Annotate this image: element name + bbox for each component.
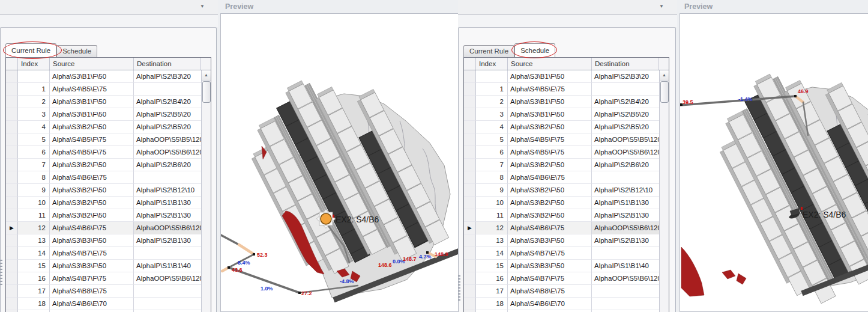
scroll-up-icon[interactable]: ▲ [202, 70, 211, 81]
table-row[interactable]: 11 Alpha\S3\B2\F\50 AlphaIP\S2\B1\30 [6, 209, 201, 222]
row-marker [6, 209, 18, 222]
row-destination: AlphaIP\S2\B3\20 [592, 70, 659, 83]
row-index: 14 [18, 247, 50, 260]
table-row[interactable]: 1 Alpha\S4\B5\E\75 [464, 83, 659, 96]
table-row[interactable]: 9 Alpha\S3\B2\F\50 AlphaIP\S2\B12\10 [464, 184, 659, 197]
row-destination: AlphaOOP\S5\B5\120 [592, 133, 659, 146]
rule-list-panel-right: ▼ Current Rule Schedule Index Source Des… [458, 0, 677, 312]
row-marker [464, 197, 476, 209]
table-row[interactable]: 3 Alpha\S3\B1\F\50 AlphaIP\S2\B5\20 [464, 108, 659, 121]
row-destination [592, 247, 659, 260]
table-row[interactable]: ▶ 12 Alpha\S4\B6\F\75 AlphaOOP\S5\B6\120 [464, 222, 659, 234]
table-row[interactable]: 4 Alpha\S3\B2\F\50 AlphaIP\S2\B5\20 [464, 121, 659, 133]
table-row[interactable]: 14 Alpha\S4\B7\E\75 [464, 247, 659, 260]
splitter-grip[interactable] [0, 260, 2, 286]
row-index: 3 [18, 108, 50, 121]
vertical-scrollbar[interactable]: ▲ [659, 70, 669, 312]
rule-table-body[interactable]: Alpha\S3\B1\F\50 AlphaIP\S2\B3\20 1 Alph… [464, 70, 659, 312]
rule-table-body[interactable]: Alpha\S3\B1\F\50 AlphaIP\S2\B3\20 1 Alph… [6, 70, 201, 312]
row-marker [6, 108, 18, 121]
tab-current-rule[interactable]: Current Rule [463, 45, 514, 57]
table-row[interactable]: ▶ 12 Alpha\S4\B6\F\75 AlphaOOP\S5\B6\120 [6, 222, 201, 234]
table-row[interactable]: 7 Alpha\S3\B2\F\50 AlphaIP\S2\B6\20 [6, 159, 201, 171]
table-row[interactable]: 13 Alpha\S3\B3\F\50 AlphaIP\S2\B1\30 [464, 234, 659, 247]
row-destination: AlphaIP\S1\B1\30 [592, 197, 659, 209]
row-destination [134, 298, 201, 310]
table-row[interactable]: 10 Alpha\S3\B2\F\50 AlphaIP\S1\B1\30 [464, 197, 659, 209]
table-row[interactable]: Alpha\S3\B1\F\50 AlphaIP\S2\B3\20 [464, 70, 659, 83]
row-marker [6, 197, 18, 209]
header-source[interactable]: Source [508, 58, 592, 70]
table-row[interactable]: 8 Alpha\S4\B6\E\75 [464, 171, 659, 184]
chevron-down-icon[interactable]: ▼ [197, 2, 207, 11]
row-destination [134, 171, 201, 184]
row-destination: AlphaIP\S2\B1\30 [592, 234, 659, 247]
table-row[interactable]: 6 Alpha\S4\B5\F\75 AlphaOOP\S5\B6\120 [6, 146, 201, 159]
table-row[interactable]: 13 Alpha\S3\B3\F\50 AlphaIP\S2\B1\30 [6, 234, 201, 247]
table-row[interactable]: 3 Alpha\S3\B1\F\50 AlphaIP\S2\B5\20 [6, 108, 201, 121]
header-index[interactable]: Index [18, 58, 50, 70]
table-row[interactable]: 17 Alpha\S4\B8\E\75 [6, 285, 201, 298]
scrollbar-thumb[interactable] [202, 81, 211, 103]
row-marker [6, 285, 18, 298]
table-row[interactable]: 11 Alpha\S3\B2\F\50 AlphaIP\S2\B1\30 [464, 209, 659, 222]
table-row[interactable]: 8 Alpha\S4\B6\E\75 [6, 171, 201, 184]
row-source: Alpha\S4\B6\F\75 [508, 222, 592, 234]
tab-schedule[interactable]: Schedule [56, 45, 97, 57]
row-source: Alpha\S4\B7\E\75 [50, 247, 134, 260]
table-row[interactable]: 1 Alpha\S4\B5\E\75 [6, 83, 201, 96]
scroll-up-icon[interactable]: ▲ [660, 70, 669, 81]
table-row[interactable]: 17 Alpha\S4\B8\E\75 [464, 285, 659, 298]
table-main: Alpha\S3\B1\F\50 AlphaIP\S2\B3\20 1 Alph… [464, 70, 669, 312]
table-row[interactable]: 18 Alpha\S4\B6\E\70 [6, 298, 201, 310]
table-row[interactable]: 9 Alpha\S3\B2\F\50 AlphaIP\S2\B12\10 [6, 184, 201, 197]
header-destination[interactable]: Destination [134, 58, 201, 70]
row-index: 9 [18, 184, 50, 197]
tab-current-rule[interactable]: Current Rule [5, 43, 56, 57]
header-index[interactable]: Index [476, 58, 508, 70]
rule-groupbox: Current Rule Schedule Index Source Desti… [0, 27, 217, 312]
table-row[interactable]: 15 Alpha\S3\B3\F\50 AlphaIP\S1\B1\40 [464, 260, 659, 272]
table-row[interactable]: 18 Alpha\S4\B6\E\70 [464, 298, 659, 310]
header-source[interactable]: Source [50, 58, 134, 70]
toolbar-subband [458, 14, 677, 27]
svg-text:46.9: 46.9 [798, 88, 809, 94]
table-main: Alpha\S3\B1\F\50 AlphaIP\S2\B3\20 1 Alph… [6, 70, 211, 312]
row-source: Alpha\S3\B2\F\50 [508, 197, 592, 209]
table-row[interactable]: 16 Alpha\S4\B7\F\75 AlphaOOP\S5\B6\120 [6, 272, 201, 285]
row-source: Alpha\S4\B5\F\75 [50, 133, 134, 146]
scrollbar-thumb[interactable] [660, 81, 669, 103]
svg-text:148.6: 148.6 [378, 262, 392, 268]
table-row[interactable]: Alpha\S3\B1\F\50 AlphaIP\S2\B3\20 [6, 70, 201, 83]
chevron-down-icon[interactable]: ▼ [657, 2, 666, 11]
tab-schedule[interactable]: Schedule [514, 43, 555, 57]
row-index: 3 [476, 108, 508, 121]
table-row[interactable]: 6 Alpha\S4\B5\F\75 AlphaOOP\S5\B6\120 [464, 146, 659, 159]
row-index: 11 [476, 209, 508, 222]
table-row[interactable]: 5 Alpha\S4\B5\F\75 AlphaOOP\S5\B5\120 [464, 133, 659, 146]
row-destination: AlphaIP\S2\B1\30 [134, 209, 201, 222]
vertical-scrollbar[interactable]: ▲ [201, 70, 211, 312]
table-row[interactable]: 15 Alpha\S3\B3\F\50 AlphaIP\S1\B1\40 [6, 260, 201, 272]
table-row[interactable]: 16 Alpha\S4\B7\F\75 AlphaOOP\S5\B6\120 [464, 272, 659, 285]
row-source: Alpha\S3\B3\F\50 [508, 260, 592, 272]
row-marker: ▶ [464, 222, 476, 234]
preview-3d-scene: EX2: S4/B639.5-1.4%46.9 [680, 14, 868, 308]
row-marker [464, 247, 476, 260]
row-index: 10 [476, 197, 508, 209]
table-row[interactable]: 2 Alpha\S3\B1\F\50 AlphaIP\S2\B4\20 [6, 96, 201, 108]
row-index: 13 [18, 234, 50, 247]
table-row[interactable]: 14 Alpha\S4\B7\E\75 [6, 247, 201, 260]
splitter-grip[interactable] [458, 275, 460, 302]
table-row[interactable]: 7 Alpha\S3\B2\F\50 AlphaIP\S2\B6\20 [464, 159, 659, 171]
preview-3d-viewport[interactable]: EX2: S4/B652.38.4%43.61.0%27.2-4.8%148.6… [220, 13, 458, 312]
table-row[interactable]: 5 Alpha\S4\B5\F\75 AlphaOOP\S5\B5\120 [6, 133, 201, 146]
header-destination[interactable]: Destination [592, 58, 659, 70]
preview-3d-viewport[interactable]: EX2: S4/B639.5-1.4%46.9 [680, 13, 868, 312]
row-marker [6, 70, 18, 83]
table-row[interactable]: 4 Alpha\S3\B2\F\50 AlphaIP\S2\B5\20 [6, 121, 201, 133]
row-index: 17 [18, 285, 50, 298]
table-row[interactable]: 2 Alpha\S3\B1\F\50 AlphaIP\S2\B4\20 [464, 96, 659, 108]
row-marker [6, 146, 18, 159]
table-row[interactable]: 10 Alpha\S3\B2\F\50 AlphaIP\S1\B1\30 [6, 197, 201, 209]
